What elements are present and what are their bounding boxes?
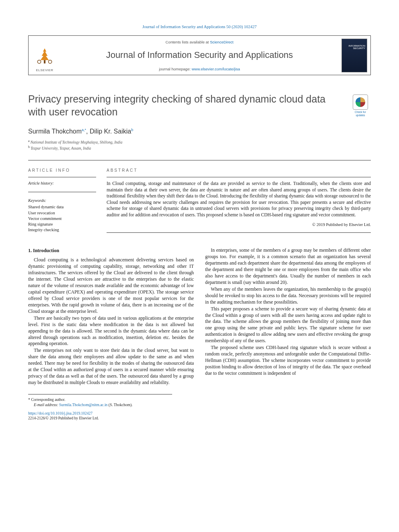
issn-copyright-line: 2214-2126/© 2019 Published by Elsevier L…	[28, 416, 371, 421]
cover-text-2: SECURITY	[353, 47, 365, 49]
keyword: Integrity checking	[28, 227, 96, 233]
email-label: E-mail address:	[34, 403, 58, 407]
journal-cover-cell: INFORMATION SECURITY	[338, 36, 370, 75]
affiliations-block: aNational Institute of Technology Meghal…	[28, 139, 371, 151]
corresponding-author-label: Corresponding author.	[31, 398, 65, 402]
body-paragraph: The proposed scheme uses CDH-based ring …	[205, 345, 371, 377]
author-2-affil-marker: b	[131, 128, 133, 132]
check-updates-badge[interactable]: Check for updates	[350, 94, 371, 116]
journal-homepage-line: journal homepage: www.elsevier.com/locat…	[63, 67, 336, 72]
keyword: User revocation	[28, 210, 96, 216]
body-paragraph: When any of the members leaves the organ…	[205, 286, 371, 306]
check-updates-label: Check for updates	[350, 111, 371, 116]
contents-prefix: Contents lists available at	[166, 40, 210, 44]
divider	[28, 160, 371, 160]
footnote-block: * Corresponding author. E-mail address: …	[28, 394, 172, 408]
sciencedirect-link[interactable]: ScienceDirect	[210, 40, 234, 44]
keywords-label: Keywords:	[28, 198, 96, 203]
author-1-name: Surmila Thokchom	[28, 128, 82, 135]
bottom-bar: https://doi.org/10.1016/j.jisa.2019.1024…	[28, 411, 371, 421]
contents-available-line: Contents lists available at ScienceDirec…	[63, 40, 336, 45]
affil-text: Tezpur University, Tezpur, Assam, India	[31, 146, 91, 150]
journal-cover-thumbnail: INFORMATION SECURITY	[341, 39, 367, 72]
keyword: Shared dynamic data	[28, 204, 96, 210]
body-paragraph: In enterprises, some of the members of a…	[205, 247, 371, 286]
article-info-label: article info	[28, 168, 96, 173]
body-paragraph: Cloud computing is a technological advan…	[28, 257, 194, 314]
author-2-name: Dilip Kr. Saikia	[90, 128, 131, 135]
cover-text-1: INFORMATION	[348, 45, 365, 47]
keyword: Ring signature	[28, 222, 96, 227]
svg-point-2	[37, 60, 41, 63]
abstract-copyright: © 2019 Published by Elsevier Ltd.	[107, 222, 371, 228]
journal-homepage-link[interactable]: www.elsevier.com/locate/jisa	[191, 67, 240, 71]
article-title: Privacy preserving integrity checking of…	[28, 93, 342, 118]
article-history-label: Article history:	[28, 181, 96, 186]
body-paragraph: There are basically two types of data us…	[28, 315, 194, 347]
crossmark-icon	[353, 94, 368, 110]
journal-header: ELSEVIER Contents lists available at Sci…	[28, 35, 371, 75]
affiliation-row: aNational Institute of Technology Meghal…	[28, 139, 371, 145]
author-separator: ,	[86, 128, 90, 135]
abstract-column: abstract In Cloud computing, storage and…	[107, 168, 371, 233]
divider	[107, 177, 371, 177]
footnote-star-icon: *	[28, 397, 30, 402]
affiliation-row: bTezpur University, Tezpur, Assam, India	[28, 145, 371, 151]
author-1-affil-marker: a,*	[82, 128, 86, 132]
doi-link[interactable]: https://doi.org/10.1016/j.jisa.2019.1024…	[28, 411, 93, 415]
elsevier-tree-icon	[33, 44, 56, 68]
homepage-prefix: journal homepage:	[159, 67, 191, 71]
article-info-column: article info Article history: Keywords: …	[28, 168, 107, 233]
abstract-label: abstract	[107, 168, 371, 173]
article-body: 1. Introduction Cloud computing is a tec…	[28, 247, 371, 386]
publisher-name: ELSEVIER	[36, 68, 53, 73]
body-paragraph: This paper proposes a scheme to provide …	[205, 306, 371, 345]
svg-point-3	[48, 60, 51, 63]
divider	[28, 192, 96, 192]
publisher-logo-cell: ELSEVIER	[29, 36, 61, 75]
authors-line: Surmila Thokchoma,*, Dilip Kr. Saikiab	[28, 127, 371, 136]
corresponding-email-link[interactable]: Surmila.Thokchom@nitm.ac.in	[59, 403, 107, 407]
svg-rect-1	[44, 60, 45, 63]
section-heading: 1. Introduction	[28, 247, 194, 254]
abstract-text: In Cloud computing, storage and maintena…	[107, 181, 371, 218]
divider	[107, 232, 371, 233]
email-person: (S. Thokchom).	[109, 403, 133, 407]
divider	[28, 177, 96, 177]
body-paragraph: The enterprises not only want to store t…	[28, 347, 194, 386]
journal-title: Journal of Information Security and Appl…	[63, 49, 336, 61]
affil-text: National Institute of Technology Meghala…	[31, 140, 123, 144]
keyword: Vector commitment	[28, 216, 96, 222]
citation-line: Journal of Information Security and Appl…	[28, 24, 371, 30]
